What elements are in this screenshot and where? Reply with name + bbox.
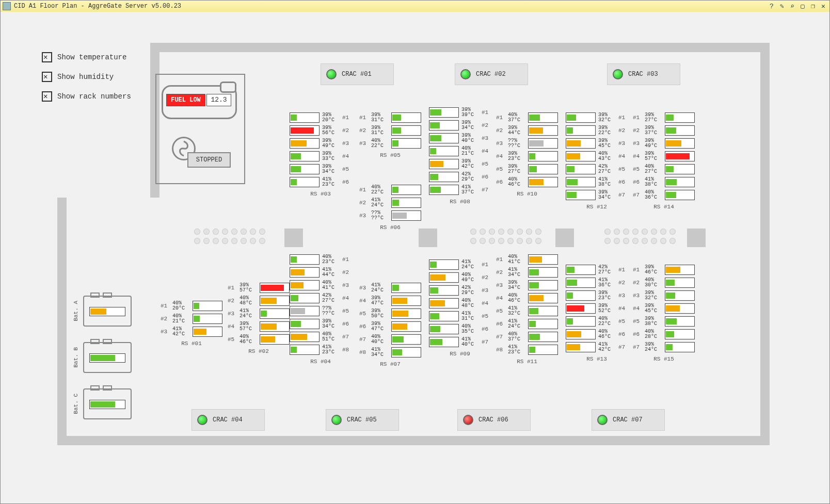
rack-unit[interactable]: #439%57°C xyxy=(228,321,290,332)
rack-unit[interactable]: 42%27°C#4 xyxy=(290,293,352,303)
rack-unit[interactable]: #640%46°C xyxy=(496,177,558,187)
crac-unit[interactable]: CRAC #03 xyxy=(607,63,680,85)
rack-unit[interactable]: #539%38°C xyxy=(633,316,695,327)
rack-unit[interactable]: #841%34°C xyxy=(359,347,421,357)
rack-unit[interactable]: #440%46°C xyxy=(496,293,558,303)
rack-unit[interactable]: #641%24°C xyxy=(496,319,558,329)
rack-unit[interactable]: #740%37°C xyxy=(496,332,558,342)
rack-unit[interactable]: 41%44°C#2 xyxy=(290,267,352,278)
rack-unit[interactable]: 39%22°C#2 xyxy=(566,125,628,136)
rack-unit[interactable]: #139%46°C xyxy=(633,265,695,275)
floor-canvas[interactable]: Show temperature Show humidity Show rack… xyxy=(1,12,829,503)
rack-unit[interactable]: 39%20°C#1 xyxy=(290,112,352,123)
rack-unit[interactable]: #341%24°C xyxy=(228,308,290,319)
rack-unit[interactable]: #240%30°C xyxy=(633,278,695,288)
rack-unit[interactable]: #239%44°C xyxy=(496,125,558,136)
config-icon[interactable]: ▢ xyxy=(799,2,807,10)
rack-unit[interactable]: #439%45°C xyxy=(633,303,695,314)
rack-unit[interactable]: 40%41°C#3 xyxy=(290,280,352,290)
rack-unit[interactable]: 42%27°C#1 xyxy=(566,265,628,275)
rack-unit[interactable]: #341%42°C xyxy=(161,327,222,337)
close-icon[interactable]: ✕ xyxy=(819,2,827,10)
rack-unit[interactable]: #539%27°C xyxy=(496,164,558,174)
rack-unit[interactable]: 39%33°C#4 xyxy=(290,151,352,161)
rack-unit[interactable]: 39%45°C#3 xyxy=(566,138,628,149)
rack-unit[interactable]: #439%47°C xyxy=(359,296,421,306)
rack-unit[interactable]: 40%21°C#4 xyxy=(429,146,491,156)
rack-unit[interactable]: 41%38°C#6 xyxy=(566,177,628,187)
rack-unit[interactable]: #240%48°C xyxy=(228,296,290,306)
crac-unit[interactable]: CRAC #04 xyxy=(191,409,265,431)
crac-unit[interactable]: CRAC #02 xyxy=(455,63,528,85)
rack-unit[interactable]: #841%23°C xyxy=(496,345,558,355)
rack-unit[interactable]: ??%??°C#5 xyxy=(290,306,352,316)
rack-unit[interactable]: 41%23°C#6 xyxy=(290,177,352,187)
help-icon[interactable]: ? xyxy=(768,2,776,10)
rack-unit[interactable]: 40%49°C#2 xyxy=(429,272,491,283)
rack-unit[interactable]: 39%34°C#2 xyxy=(429,120,491,131)
rack-unit[interactable]: 40%46°C#6 xyxy=(566,329,628,339)
rack-unit[interactable]: 39%34°C#6 xyxy=(290,319,352,329)
rack-unit[interactable]: 39%56°C#2 xyxy=(290,125,352,136)
rack-unit[interactable]: #439%57°C xyxy=(633,151,695,161)
rack-unit[interactable]: #3??%??°C xyxy=(359,210,421,221)
rack-unit[interactable]: 39%49°C#3 xyxy=(290,138,352,149)
rack-unit[interactable]: 40%22°C#5 xyxy=(566,316,628,327)
rack-unit[interactable]: #541%32°C xyxy=(496,306,558,316)
rack-unit[interactable]: 39%23°C#3 xyxy=(566,290,628,301)
rack-unit[interactable]: 40%35°C#6 xyxy=(429,324,491,334)
rack-unit[interactable]: #340%22°C xyxy=(359,138,421,149)
rack-unit[interactable]: #241%24°C xyxy=(359,198,421,208)
rack-unit[interactable]: #640%28°C xyxy=(633,329,695,339)
rack-unit[interactable]: 42%29°C#3 xyxy=(429,285,491,296)
rack-unit[interactable]: #139%27°C xyxy=(633,112,695,123)
rack-unit[interactable]: 40%43°C#4 xyxy=(566,151,628,161)
rack-unit[interactable]: #139%57°C xyxy=(228,283,290,293)
rack-unit[interactable]: 39%34°C#5 xyxy=(290,164,352,174)
rack-unit[interactable]: 42%27°C#5 xyxy=(566,164,628,174)
rack-unit[interactable]: 41%36°C#2 xyxy=(566,278,628,288)
crac-unit[interactable]: CRAC #07 xyxy=(592,409,665,431)
rack-unit[interactable]: 39%40°C#3 xyxy=(429,133,491,143)
rack-unit[interactable]: 41%40°C#7 xyxy=(429,337,491,347)
rack-unit[interactable]: #539%50°C xyxy=(359,308,421,319)
rack-unit[interactable]: #540%27°C xyxy=(633,164,695,174)
crac-unit[interactable]: CRAC #06 xyxy=(457,409,531,431)
rack-unit[interactable]: 40%51°C#7 xyxy=(290,332,352,342)
rack-unit[interactable]: #339%32°C xyxy=(633,290,695,301)
rack-unit[interactable]: 41%37°C#7 xyxy=(429,185,491,195)
rack-unit[interactable]: 40%48°C#4 xyxy=(429,298,491,308)
rack-unit[interactable]: 39%32°C#1 xyxy=(566,112,628,123)
rack-unit[interactable]: 41%31°C#5 xyxy=(429,311,491,321)
rack-unit[interactable]: #641%38°C xyxy=(633,177,695,187)
rack-unit[interactable]: 40%23°C#1 xyxy=(290,254,352,265)
crac-unit[interactable]: CRAC #01 xyxy=(321,63,394,85)
rack-unit[interactable]: #740%40°C xyxy=(359,334,421,345)
rack-unit[interactable]: #241%34°C xyxy=(496,267,558,278)
rack-unit[interactable]: 39%52°C#4 xyxy=(566,303,628,314)
restore-icon[interactable]: ❐ xyxy=(809,2,817,10)
rack-unit[interactable]: 39%39°C#1 xyxy=(429,107,491,118)
rack-unit[interactable]: 41%24°C#1 xyxy=(429,259,491,270)
rack-unit[interactable]: #139%31°C xyxy=(359,112,421,123)
rack-unit[interactable]: 39%42°C#5 xyxy=(429,159,491,169)
crac-unit[interactable]: CRAC #05 xyxy=(326,409,399,431)
rack-unit[interactable]: 41%42°C#7 xyxy=(566,342,628,352)
rack-unit[interactable]: #140%22°C xyxy=(359,185,421,195)
rack-unit[interactable]: #239%37°C xyxy=(633,125,695,136)
rack-unit[interactable]: 41%23°C#8 xyxy=(290,345,352,355)
rack-unit[interactable]: #439%23°C xyxy=(496,151,558,161)
zoom-icon[interactable]: ⌕ xyxy=(788,2,796,10)
rack-unit[interactable]: #140%41°C xyxy=(496,254,558,265)
rack-unit[interactable]: #540%46°C xyxy=(228,334,290,345)
rack-unit[interactable]: #739%24°C xyxy=(633,342,695,352)
rack-unit[interactable]: #339%34°C xyxy=(496,280,558,290)
rack-unit[interactable]: #239%31°C xyxy=(359,125,421,136)
battery-unit[interactable]: Bat. A xyxy=(73,296,132,327)
rack-unit[interactable]: #240%21°C xyxy=(161,314,222,324)
rack-unit[interactable]: #140%20°C xyxy=(161,301,222,311)
rack-unit[interactable]: 42%29°C#6 xyxy=(429,172,491,182)
battery-unit[interactable]: Bat. B xyxy=(73,342,132,373)
rack-unit[interactable]: #740%36°C xyxy=(633,190,695,200)
rack-unit[interactable]: 39%34°C#7 xyxy=(566,190,628,200)
